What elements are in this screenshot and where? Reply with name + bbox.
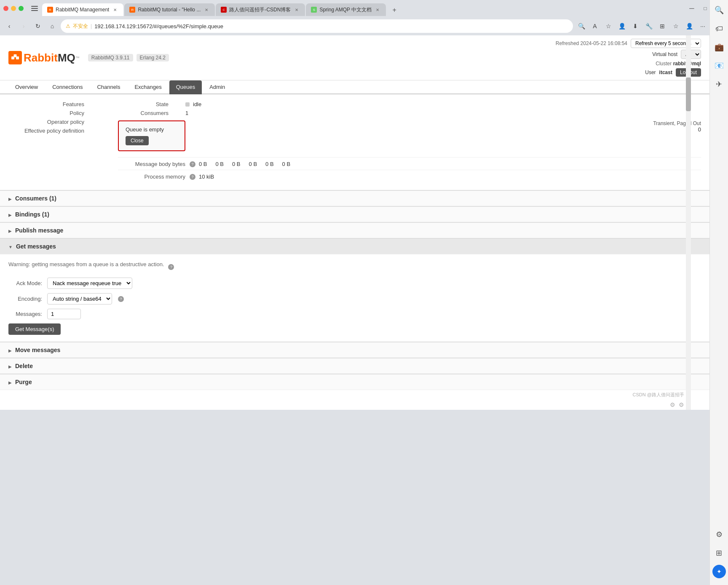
consumers-section: Consumers (1): [0, 190, 709, 206]
svg-rect-5: [14, 54, 17, 57]
nav-queues[interactable]: Queues: [169, 80, 202, 94]
reload-button[interactable]: ↻: [32, 20, 44, 32]
messages-label: Messages:: [8, 311, 42, 317]
sidebar-settings-icon[interactable]: ⊞: [712, 546, 726, 560]
consumers-collapsible[interactable]: Consumers (1): [0, 190, 709, 206]
extension-icon[interactable]: 🔧: [643, 20, 655, 32]
get-messages-button[interactable]: Get Message(s): [8, 323, 61, 335]
messages-input[interactable]: [47, 309, 81, 319]
tab-favicon-4: S: [311, 7, 317, 13]
ack-mode-label: Ack Mode:: [8, 280, 42, 286]
svg-rect-0: [31, 6, 38, 7]
tab-close-3[interactable]: ✕: [293, 6, 300, 13]
sidebar-outlook-icon[interactable]: 📧: [712, 59, 726, 72]
transient-header: Transient, Paged Out 0: [653, 120, 701, 133]
translate-icon[interactable]: A: [589, 20, 601, 32]
tab-close-1[interactable]: ✕: [112, 6, 118, 13]
address-bar-url[interactable]: 192.168.174.129:15672/#/queues/%2F/simpl…: [94, 23, 568, 29]
encoding-select[interactable]: Auto string / base64: [47, 293, 112, 305]
publish-message-collapsible[interactable]: Publish message: [0, 222, 709, 238]
bottom-icon-settings-1[interactable]: ⚙: [670, 401, 675, 408]
message-body-label: Message body bytes: [118, 161, 185, 167]
ack-mode-select[interactable]: Nack message requeue true: [47, 278, 132, 289]
favorites-icon[interactable]: ☆: [670, 20, 682, 32]
bottom-icon-settings-2[interactable]: ⚙: [679, 401, 684, 408]
bindings-title: Bindings (1): [15, 211, 49, 218]
back-button[interactable]: ‹: [3, 20, 15, 32]
operator-policy-label: Operator policy: [8, 119, 84, 125]
delete-chevron: [8, 363, 12, 369]
minimize-button[interactable]: ─: [686, 3, 698, 14]
consumers-chevron: [8, 195, 12, 202]
sidebar-collections-icon[interactable]: 💼: [712, 40, 726, 54]
menu-icon[interactable]: ···: [697, 20, 709, 32]
logo-rabbit: Rabbit: [24, 51, 58, 64]
process-memory-help-icon[interactable]: ?: [190, 174, 195, 180]
user-icon[interactable]: 👤: [683, 20, 695, 32]
sidebar-toggle-btn[interactable]: [29, 3, 40, 14]
browser-tab-4[interactable]: S Spring AMQP 中文文档 ✕: [306, 3, 386, 16]
virtual-host-select[interactable]: All: [681, 50, 701, 59]
bookmark-icon[interactable]: ☆: [602, 20, 614, 32]
logo-icon: [8, 51, 22, 64]
page-scrollbar[interactable]: [686, 35, 691, 410]
rabbitmq-logo: RabbitMQ™: [8, 51, 80, 64]
new-tab-button[interactable]: +: [388, 4, 400, 16]
tab-title-3: 路人借问遥招手-CSDN博客: [229, 6, 291, 13]
virtual-host-label: Virtual host: [652, 51, 677, 57]
message-body-help-icon[interactable]: ?: [190, 161, 195, 167]
security-warning-icon: ⚠: [66, 23, 70, 29]
nav-admin[interactable]: Admin: [203, 80, 232, 93]
nav-overview[interactable]: Overview: [8, 80, 45, 94]
user-label: User: [645, 69, 656, 75]
nav-exchanges[interactable]: Exchanges: [128, 80, 168, 94]
download-icon[interactable]: ⬇: [629, 20, 641, 32]
forward-button[interactable]: ›: [18, 20, 29, 32]
policy-label: Policy: [8, 110, 84, 116]
purge-chevron: [8, 379, 12, 385]
publish-message-chevron: [8, 227, 12, 234]
browser-tab-1[interactable]: R RabbitMQ Management ✕: [42, 3, 123, 16]
scrollbar-thumb[interactable]: [686, 77, 691, 111]
nav-connections[interactable]: Connections: [46, 80, 89, 94]
tab-close-2[interactable]: ✕: [203, 6, 210, 13]
sidebar-search-icon[interactable]: 🔍: [712, 3, 726, 17]
popup-close-button[interactable]: Close: [126, 136, 149, 145]
browser-tab-2[interactable]: R RabbitMQ tutorial - "Hello ... ✕: [124, 3, 215, 16]
logo-tm: ™: [75, 56, 80, 60]
tab-close-4[interactable]: ✕: [374, 6, 381, 13]
get-messages-title: Get messages: [16, 243, 56, 250]
move-messages-collapsible[interactable]: Move messages: [0, 342, 709, 358]
purge-collapsible[interactable]: Purge: [0, 374, 709, 390]
browser-tab-3[interactable]: C 路人借问遥招手-CSDN博客 ✕: [216, 3, 305, 16]
get-messages-collapsible[interactable]: Get messages: [0, 238, 709, 254]
profile-icon[interactable]: 👤: [616, 20, 628, 32]
bindings-chevron: [8, 211, 12, 218]
watermark: CSDN @路人借问遥招手: [0, 390, 709, 400]
sidebar-favorites-icon[interactable]: 🏷: [712, 22, 726, 35]
purge-section: Purge: [0, 374, 709, 390]
logo-mq: MQ: [58, 51, 75, 64]
security-warning-text: 不安全: [73, 23, 88, 30]
state-value: idle: [193, 101, 201, 107]
consumers-title: Consumers (1): [15, 195, 56, 202]
sidebar-edge-button[interactable]: ✦: [712, 565, 726, 578]
process-memory-value: 10 kiB: [199, 174, 214, 180]
split-view-icon[interactable]: ⊞: [656, 20, 668, 32]
search-icon[interactable]: 🔍: [575, 20, 587, 32]
sidebar-share-icon[interactable]: ✈: [712, 77, 726, 91]
sidebar-copilot-icon[interactable]: ⚙: [712, 528, 726, 541]
bindings-collapsible[interactable]: Bindings (1): [0, 206, 709, 222]
rabbitmq-version: RabbitMQ 3.9.11: [88, 54, 133, 61]
encoding-help-icon[interactable]: ?: [118, 296, 124, 302]
nav-channels[interactable]: Channels: [90, 80, 127, 94]
home-button[interactable]: ⌂: [46, 20, 58, 32]
warning-help-icon[interactable]: ?: [168, 264, 174, 270]
delete-collapsible[interactable]: Delete: [0, 358, 709, 374]
effective-policy-label: Effective policy definition: [8, 128, 84, 134]
message-body-values: 0 B 0 B 0 B 0 B 0 B 0 B: [199, 161, 290, 167]
popup-message: Queue is empty: [126, 126, 178, 133]
version-info: RabbitMQ 3.9.11 Erlang 24.2: [88, 54, 169, 61]
move-messages-chevron: [8, 347, 12, 353]
tab-favicon-2: R: [129, 7, 135, 13]
